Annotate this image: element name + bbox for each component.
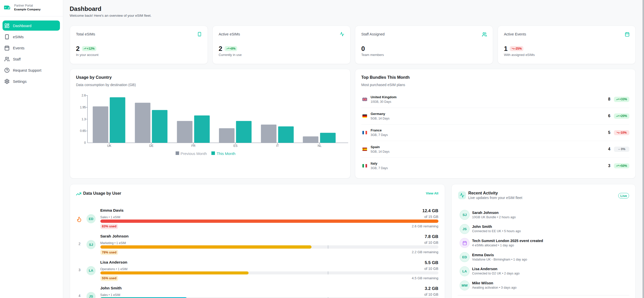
svg-text:FR: FR: [191, 144, 195, 148]
svg-text:1.95: 1.95: [80, 106, 86, 109]
svg-text:DE: DE: [149, 144, 153, 148]
svg-text:UK: UK: [107, 144, 111, 148]
svg-text:2.6: 2.6: [81, 94, 86, 97]
svg-text:0: 0: [84, 141, 86, 145]
svg-text:IT: IT: [276, 144, 279, 148]
svg-text:This Month: This Month: [217, 151, 235, 156]
svg-text:ES: ES: [233, 144, 237, 148]
svg-text:0.65: 0.65: [80, 129, 86, 133]
svg-text:Previous Month: Previous Month: [181, 151, 207, 156]
svg-text:1.3: 1.3: [81, 117, 86, 121]
svg-text:NL: NL: [318, 144, 322, 148]
